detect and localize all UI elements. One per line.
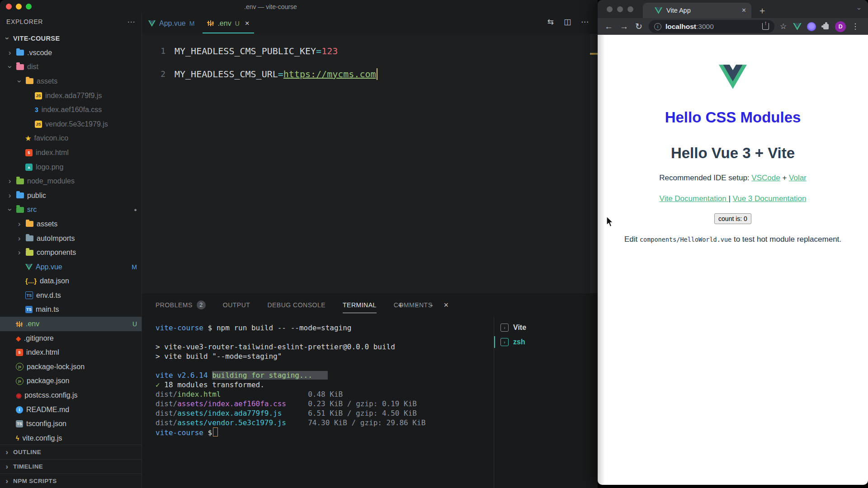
browser-window-controls[interactable] — [607, 6, 633, 12]
tree-item--vscode[interactable]: ›.vscode — [0, 46, 142, 60]
tree-item-index-html[interactable]: 5index.html — [0, 145, 142, 160]
browser-zoom-button[interactable] — [627, 6, 633, 12]
reload-button[interactable]: ↻ — [635, 21, 642, 32]
tree-item-readme-md[interactable]: iREADME.md — [0, 403, 142, 417]
tree-item-index-aef160fa-css[interactable]: 3index.aef160fa.css — [0, 103, 142, 117]
url-text: localhost:3000 — [665, 23, 714, 31]
code-editor[interactable]: 1MY_HEADLESS_CMS_PUBLIC_KEY=1232MY_HEADL… — [142, 34, 598, 293]
tree-item-autoimports[interactable]: ›autoImports — [0, 231, 142, 246]
tree-item--env[interactable]: .envU — [0, 317, 142, 331]
link-vscode[interactable]: VSCode — [751, 174, 780, 182]
sidebar-section-npm-scripts[interactable]: ›NPM SCRIPTS — [0, 474, 142, 488]
chevron-right-icon: › — [4, 462, 10, 471]
sidebar-section-outline[interactable]: ›OUTLINE — [0, 445, 142, 459]
json-icon: {…} — [25, 277, 37, 285]
tab-env[interactable]: .envU× — [201, 13, 255, 34]
tree-item-src[interactable]: ›src● — [0, 203, 142, 217]
close-panel-icon[interactable]: × — [443, 300, 448, 310]
tab-search-chevron-icon[interactable]: › — [856, 8, 863, 10]
browser-menu-icon[interactable]: ⋮ — [851, 22, 859, 31]
browser-close-button[interactable] — [607, 6, 613, 12]
devtools-extension-icon[interactable] — [807, 22, 816, 31]
editor-scrollbar[interactable] — [590, 34, 598, 293]
tree-item-label: .vscode — [27, 49, 52, 57]
browser-page: Hello CSS Modules Hello Vue 3 + Vite Rec… — [598, 35, 868, 485]
tree-item-tsconfig-json[interactable]: TStsconfig.json — [0, 417, 142, 431]
sidebar-section-timeline[interactable]: ›TIMELINE — [0, 459, 142, 474]
terminal-item-vite[interactable]: ›Vite — [494, 320, 598, 335]
bookmark-star-icon[interactable]: ☆ — [780, 22, 787, 31]
site-info-icon[interactable]: i — [654, 23, 661, 30]
terminal-dropdown-icon[interactable]: › — [414, 304, 420, 306]
terminal-item-zsh[interactable]: ›zsh — [494, 335, 598, 349]
tree-item-postcss-config-js[interactable]: ◉postcss.config.js — [0, 388, 142, 403]
profile-avatar[interactable]: D — [835, 21, 846, 32]
tree-item-components[interactable]: ›components — [0, 245, 142, 260]
html-icon: 5 — [16, 349, 23, 356]
tree-item-dist[interactable]: ›dist — [0, 60, 142, 75]
terminal-output[interactable]: vite-course $ npm run build -- --mode=st… — [142, 317, 494, 488]
workspace-root-item[interactable]: › VITE-COURSE — [0, 31, 142, 46]
tree-item-favicon-ico[interactable]: ★favicon.ico — [0, 131, 142, 146]
tree-item-env-d-ts[interactable]: TSenv.d.ts — [0, 288, 142, 303]
tree-item-label: README.md — [26, 406, 69, 414]
tab-close-icon[interactable]: × — [245, 19, 250, 28]
tree-item-index-html[interactable]: 5index.html — [0, 345, 142, 360]
url-bar[interactable]: i localhost:3000 — [649, 20, 774, 33]
panel-tab-problems[interactable]: PROBLEMS2 — [156, 293, 206, 317]
chevron-down-icon: › — [5, 206, 14, 213]
tree-item-node-modules[interactable]: ›node_modules — [0, 174, 142, 188]
git-status-badge: M — [132, 263, 137, 271]
fa-icon — [26, 221, 33, 227]
git-status-badge: ● — [134, 207, 137, 212]
tab-git-badge: U — [235, 20, 240, 27]
browser-tab[interactable]: Vite App × — [643, 3, 751, 18]
panel-tab-output[interactable]: OUTPUT — [223, 293, 250, 317]
browser-tab-strip: Vite App × ＋ › — [598, 0, 868, 18]
tree-item-label: favicon.ico — [34, 134, 69, 142]
new-terminal-button[interactable]: ＋ — [396, 300, 405, 310]
tree-item-data-json[interactable]: {…}data.json — [0, 274, 142, 289]
zoom-window-button[interactable] — [26, 4, 32, 9]
tree-item--gitignore[interactable]: ◆.gitignore — [0, 331, 142, 346]
bottom-panel: PROBLEMS2OUTPUTDEBUG CONSOLETERMINALCOMM… — [142, 293, 598, 488]
tree-item-package-lock-json[interactable]: jspackage-lock.json — [0, 360, 142, 374]
editor-more-icon[interactable]: ⋯ — [581, 17, 589, 27]
split-editor-icon[interactable]: ◫ — [564, 17, 571, 27]
maximize-panel-icon[interactable]: › — [428, 304, 434, 306]
explorer-more-icon[interactable]: ⋯ — [127, 17, 135, 27]
tree-item-main-ts[interactable]: TSmain.ts — [0, 303, 142, 317]
tree-item-public[interactable]: ›public — [0, 188, 142, 203]
link-vite-docs[interactable]: Vite Documentation — [660, 194, 729, 203]
line-number: 1 — [142, 46, 175, 56]
count-button[interactable]: count is: 0 — [714, 213, 751, 224]
tree-item-app-vue[interactable]: App.vueM — [0, 260, 142, 274]
vue-extension-icon[interactable] — [793, 23, 802, 30]
close-window-button[interactable] — [6, 4, 12, 9]
panel-tab-terminal[interactable]: TERMINAL — [343, 293, 377, 317]
panel-tab-debug-console[interactable]: DEBUG CONSOLE — [267, 293, 326, 317]
tree-item-label: assets — [37, 77, 57, 85]
tree-item-package-json[interactable]: jspackage.json — [0, 374, 142, 389]
link-vue3-docs[interactable]: Vue 3 Documentation — [733, 194, 807, 203]
tree-item-vendor-5e3c1979-js[interactable]: JSvendor.5e3c1979.js — [0, 117, 142, 131]
tree-item-assets[interactable]: ›assets — [0, 217, 142, 231]
new-tab-button[interactable]: ＋ — [758, 5, 767, 17]
extensions-puzzle-icon[interactable] — [823, 24, 829, 29]
tab-close-icon[interactable]: × — [742, 6, 746, 14]
chevron-right-icon: › — [6, 177, 13, 186]
minimize-window-button[interactable] — [16, 4, 22, 9]
back-button[interactable]: ← — [604, 22, 613, 32]
forward-button[interactable]: → — [620, 22, 628, 32]
browser-minimize-button[interactable] — [617, 6, 623, 12]
open-changes-icon[interactable]: ⇆ — [547, 17, 554, 27]
link-volar[interactable]: Volar — [789, 174, 807, 182]
tab-app-vue[interactable]: App.vueM — [142, 13, 201, 34]
tree-item-logo-png[interactable]: ▲logo.png — [0, 160, 142, 174]
code-lines: 1MY_HEADLESS_CMS_PUBLIC_KEY=1232MY_HEADL… — [142, 34, 598, 85]
share-icon[interactable] — [762, 23, 769, 30]
tree-item-assets[interactable]: ›assets — [0, 74, 142, 89]
tree-item-vite-config-js[interactable]: ϟvite.config.js — [0, 431, 142, 446]
sidebar-sections: ›OUTLINE›TIMELINE›NPM SCRIPTS — [0, 445, 142, 488]
tree-item-index-ada779f9-js[interactable]: JSindex.ada779f9.js — [0, 89, 142, 103]
